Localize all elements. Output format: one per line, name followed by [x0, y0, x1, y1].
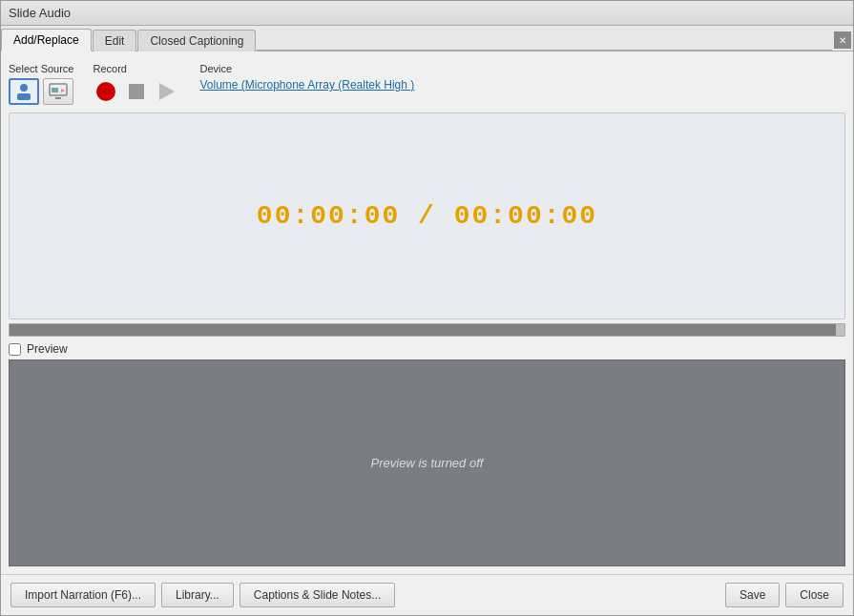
record-section: Record [93, 63, 180, 105]
timer-total: 00:00:00 [454, 201, 597, 231]
record-label: Record [93, 63, 126, 74]
record-icon [96, 82, 115, 101]
preview-row: Preview [9, 342, 845, 356]
window-close-button[interactable]: ✕ [834, 31, 851, 49]
preview-label: Preview [27, 342, 68, 356]
tab-closed-captioning[interactable]: Closed Captioning [137, 30, 256, 51]
source-person-button[interactable] [9, 78, 39, 105]
tab-bar: Add/Replace Edit Closed Captioning ✕ [1, 26, 853, 51]
library-button[interactable]: Library... [161, 583, 234, 607]
preview-message: Preview is turned off [371, 456, 484, 470]
stop-icon [129, 84, 144, 99]
timer-current: 00:00:00 [257, 201, 400, 231]
device-label: Device [199, 63, 232, 74]
play-icon [159, 83, 175, 100]
toolbar-row: Select Source [9, 59, 845, 109]
preview-area: Preview is turned off [9, 359, 845, 566]
select-source-section: Select Source [9, 63, 73, 105]
window: Slide Audio Add/Replace Edit Closed Capt… [0, 0, 854, 616]
window-title: Slide Audio [9, 6, 71, 20]
close-button[interactable]: Close [785, 583, 844, 607]
source-screen-button[interactable] [43, 78, 73, 105]
screen-icon [48, 81, 69, 102]
svg-rect-1 [17, 93, 31, 100]
tab-add-replace[interactable]: Add/Replace [1, 29, 92, 51]
play-button[interactable] [154, 78, 180, 105]
record-button[interactable] [93, 78, 119, 105]
tab-edit[interactable]: Edit [93, 30, 137, 51]
captions-slide-notes-button[interactable]: Captions & Slide Notes... [240, 583, 395, 607]
person-mic-icon [13, 81, 34, 102]
svg-point-0 [20, 84, 28, 92]
progress-bar[interactable] [9, 323, 845, 337]
import-narration-button[interactable]: Import Narration (F6)... [10, 583, 156, 607]
progress-bar-fill [10, 324, 836, 336]
svg-rect-3 [55, 97, 61, 99]
save-button[interactable]: Save [725, 583, 780, 607]
content-area: Select Source [1, 51, 853, 574]
record-buttons [93, 78, 180, 105]
footer: Import Narration (F6)... Library... Capt… [1, 574, 853, 615]
tab-spacer [257, 50, 832, 51]
device-link[interactable]: Volume (Microphone Array (Realtek High ) [199, 78, 414, 92]
stop-button[interactable] [123, 78, 150, 105]
timer-separator: / [400, 201, 453, 231]
timer-area: 00:00:00 / 00:00:00 [9, 113, 845, 319]
preview-checkbox[interactable] [9, 343, 21, 356]
select-source-buttons [9, 78, 73, 105]
timer-display: 00:00:00 / 00:00:00 [257, 201, 597, 231]
device-section: Device Volume (Microphone Array (Realtek… [199, 63, 414, 92]
svg-rect-4 [52, 88, 58, 92]
select-source-label: Select Source [9, 63, 73, 74]
title-bar: Slide Audio [1, 1, 853, 26]
